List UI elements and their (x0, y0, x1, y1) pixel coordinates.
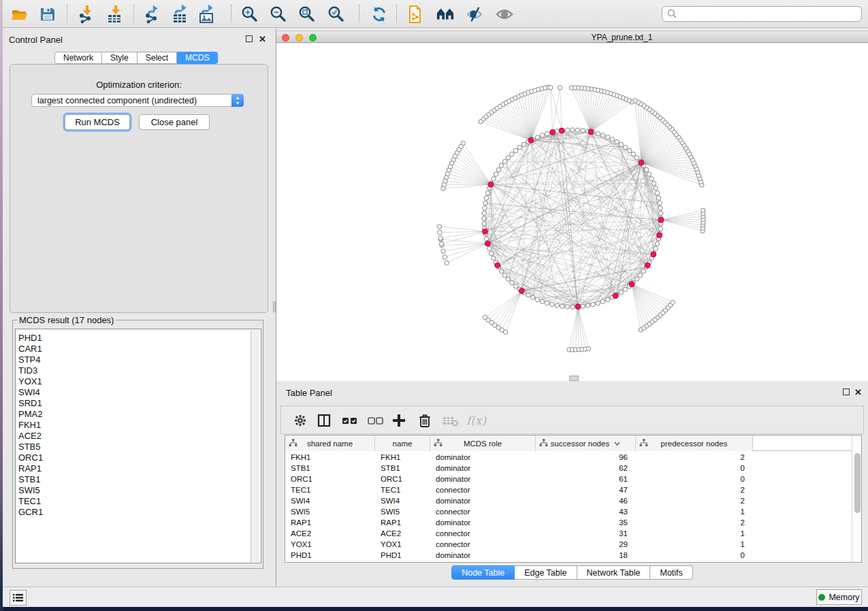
mcds-result-item[interactable]: SRD1 (16, 398, 261, 409)
close-panel-icon[interactable]: ✕ (259, 34, 266, 44)
toolbar-separator (67, 5, 67, 22)
delete-table-icon[interactable] (442, 412, 460, 429)
table-row[interactable]: STB1STB1dominator620 (285, 463, 753, 474)
mcds-tab-content: Optimization criterion: largest connecte… (10, 64, 268, 313)
mcds-result-item[interactable]: TID3 (16, 365, 261, 376)
tab-network[interactable]: Network (54, 52, 102, 64)
table-cell: 0 (636, 550, 753, 561)
table-scrollbar[interactable] (852, 435, 861, 562)
open-session-icon[interactable] (10, 5, 29, 24)
mcds-result-item[interactable]: STP4 (16, 354, 261, 365)
import-table-icon[interactable] (106, 5, 125, 24)
tab-select[interactable]: Select (138, 52, 177, 64)
table-row[interactable]: YOX1YOX1connector291 (285, 539, 753, 550)
table-row[interactable]: FKH1FKH1dominator962 (285, 452, 753, 463)
zoom-out-icon[interactable] (269, 5, 288, 24)
memory-label: Memory (829, 593, 859, 602)
tab-network-table[interactable]: Network Table (577, 565, 651, 580)
export-network-icon[interactable] (144, 5, 163, 24)
table-row[interactable]: ORC1ORC1dominator610 (285, 474, 753, 484)
table-row[interactable]: RAP1RAP1dominator352 (285, 517, 753, 528)
task-history-button[interactable] (10, 590, 27, 606)
mcds-result-item[interactable]: RAP1 (16, 463, 261, 474)
mcds-result-list[interactable]: PHD1CAR1STP4TID3YOX1SWI4SRD1PMA2FKH1ACE2… (15, 329, 261, 563)
table-cell: dominator (430, 550, 536, 561)
import-network-icon[interactable] (78, 5, 97, 24)
export-table-icon[interactable] (171, 5, 190, 24)
zoom-fit-icon[interactable] (298, 5, 317, 24)
column-header-MCDS-role[interactable]: MCDS role (430, 435, 536, 451)
memory-button[interactable]: Memory (816, 589, 862, 605)
mcds-result-item[interactable]: ACE2 (16, 431, 261, 442)
table-row[interactable]: SWI5SWI5connector431 (285, 506, 753, 517)
mcds-result-item[interactable]: FKH1 (16, 420, 261, 431)
zoom-in-icon[interactable] (240, 5, 259, 24)
hide-graphics-details-icon[interactable] (465, 5, 484, 24)
window-zoom-icon[interactable] (309, 34, 317, 42)
scrollbar-thumb[interactable] (854, 453, 861, 513)
close-panel-button[interactable]: Close panel (139, 114, 210, 130)
table-cell: YOX1 (375, 539, 430, 550)
search-input[interactable] (662, 6, 862, 22)
splitter-grip[interactable] (569, 376, 579, 381)
mcds-result-item[interactable]: CAR1 (16, 344, 261, 354)
mcds-result-item[interactable]: GCR1 (16, 507, 261, 518)
close-panel-icon[interactable]: ✕ (854, 387, 862, 397)
mcds-result-box: MCDS result (17 nodes) PHD1CAR1STP4TID3Y… (12, 320, 263, 569)
column-header-shared-name[interactable]: shared name (285, 435, 375, 451)
table-panel-title: Table Panel (286, 388, 332, 398)
select-all-icon[interactable] (341, 412, 359, 429)
table-cell: STB1 (375, 463, 430, 474)
table-cell: dominator (430, 474, 536, 484)
network-window-titlebar[interactable]: YPA_prune.txt_1 (276, 31, 868, 43)
mcds-result-item[interactable]: SWI5 (16, 485, 261, 496)
tab-node-table[interactable]: Node Table (451, 565, 515, 580)
mcds-result-item[interactable]: STB5 (16, 442, 261, 452)
zoom-selected-icon[interactable] (327, 5, 346, 24)
mcds-result-item[interactable]: TEC1 (16, 496, 261, 507)
column-header-name[interactable]: name (375, 435, 430, 451)
mcds-result-scrollbar[interactable] (251, 330, 259, 562)
table-cell: connector (430, 528, 536, 539)
add-column-icon[interactable] (391, 412, 406, 429)
mcds-result-item[interactable]: SWI4 (16, 387, 261, 398)
table-cell: STB1 (285, 463, 375, 474)
table-row[interactable]: ACE2ACE2connector311 (285, 528, 753, 539)
split-columns-icon[interactable] (317, 412, 332, 429)
optimization-dropdown[interactable]: largest connected component (undirected)… (31, 94, 244, 107)
show-graphics-details-icon[interactable] (495, 5, 514, 24)
control-panel-title: Control Panel (9, 35, 63, 45)
network-overview-icon[interactable] (436, 5, 455, 24)
tab-style[interactable]: Style (102, 52, 138, 64)
window-minimize-icon[interactable] (295, 34, 303, 42)
column-settings-icon[interactable] (293, 412, 308, 429)
export-image-icon[interactable] (197, 5, 216, 24)
deselect-all-icon[interactable] (367, 412, 385, 429)
mcds-result-item[interactable]: PHD1 (16, 333, 261, 344)
share-document-icon[interactable] (406, 5, 425, 24)
run-mcds-button[interactable]: Run MCDS (65, 114, 130, 130)
delete-column-icon[interactable] (417, 412, 432, 429)
table-row[interactable]: TEC1TEC1connector472 (285, 484, 753, 495)
tab-motifs[interactable]: Motifs (650, 565, 692, 580)
float-panel-icon[interactable] (246, 35, 253, 42)
float-panel-icon[interactable] (843, 389, 850, 395)
network-canvas[interactable] (276, 44, 868, 381)
column-header-predecessor-nodes[interactable]: predecessor nodes (636, 435, 753, 451)
mcds-result-item[interactable]: ORC1 (16, 452, 261, 463)
mcds-result-item[interactable]: YOX1 (16, 376, 261, 387)
tab-mcds[interactable]: MCDS (177, 52, 218, 64)
mcds-result-item[interactable]: PMA2 (16, 409, 261, 420)
table-cell: SWI4 (375, 495, 430, 506)
memory-status-icon (818, 594, 825, 601)
save-session-icon[interactable] (38, 5, 57, 24)
window-close-icon[interactable] (282, 34, 289, 42)
tab-edge-table[interactable]: Edge Table (515, 565, 577, 580)
splitter-grip[interactable] (273, 301, 276, 312)
refresh-layout-icon[interactable] (370, 5, 389, 24)
column-header-successor-nodes[interactable]: successor nodes (536, 435, 636, 451)
toolbar-separator (231, 5, 231, 22)
table-row[interactable]: SWI4SWI4dominator462 (285, 495, 753, 506)
mcds-result-item[interactable]: STB1 (16, 474, 261, 485)
table-row[interactable]: PHD1PHD1dominator180 (285, 550, 753, 561)
